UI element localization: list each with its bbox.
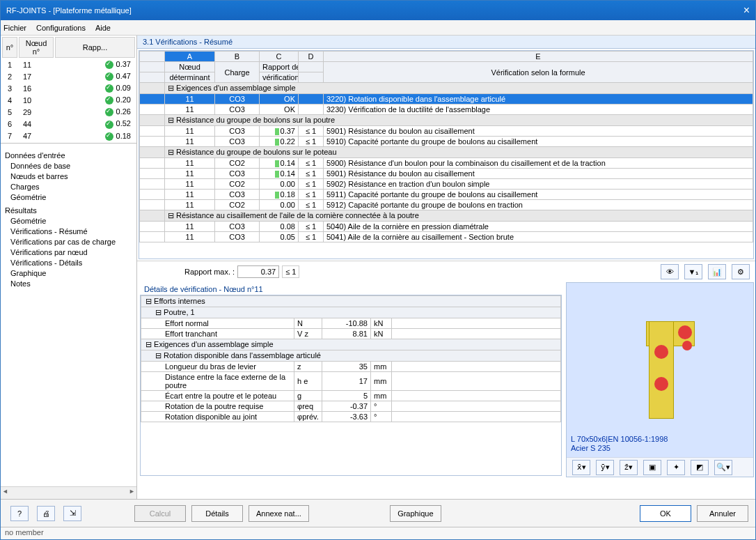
footer-buttons: ? 🖨 ⇲ Calcul Détails Annexe nat... Graph… [1, 499, 755, 527]
row-header-blank [140, 52, 165, 62]
graphic-button[interactable]: Graphique [390, 505, 441, 522]
grid-row[interactable]: 11CO30.14≤ 15901) Résistance du boulon a… [140, 169, 753, 179]
viewer-canvas[interactable]: L 70x50x6|EN 10056-1:1998 Acier S 235 [567, 283, 753, 457]
col-letter-E[interactable]: E [324, 52, 753, 62]
nav-scrollbar[interactable] [1, 486, 136, 499]
grid-row[interactable]: 11CO30.05≤ 15041) Aile de la cornière au… [140, 232, 753, 242]
print-icon[interactable]: 🖨 [37, 506, 55, 521]
zoom-icon[interactable]: 🔍▾ [714, 460, 732, 475]
details-row[interactable]: Rotation disponible au jointφprév.-3.63° [141, 412, 561, 422]
col-formula: Vérification selon la formule [324, 62, 753, 83]
eye-icon[interactable]: 👁 [661, 264, 679, 279]
filter-icon[interactable]: ▼₁ [684, 264, 702, 279]
tree-input-header: Données d'entrée [5, 151, 134, 161]
tree-item[interactable]: Vérifications - Résumé [5, 226, 134, 237]
grid-row[interactable]: 11CO20.00≤ 15912) Capacité portante du g… [140, 200, 753, 210]
details-row[interactable]: ⊟ Exigences d'un assemblage simple [141, 339, 561, 350]
tree-results-header: Résultats [5, 206, 134, 216]
tree-item[interactable]: Géométrie [5, 192, 134, 203]
details-row[interactable]: Écart entre la poutre et le poteaug5mm [141, 391, 561, 401]
axis-y-icon[interactable]: ȳ▾ [596, 460, 614, 475]
tree-item[interactable]: Graphique [5, 268, 134, 279]
tree-item[interactable]: Vérifications - Détails [5, 258, 134, 268]
navigator-pane: n° Nœud n° Rapp... 1110.372170.473160.09… [1, 36, 137, 499]
axis-z-icon[interactable]: z̄▾ [620, 460, 638, 475]
grid-row[interactable]: ⊟ Exigences d'un assemblage simple [140, 83, 753, 94]
node-row[interactable]: 1110.37 [2, 59, 135, 70]
model-viewer[interactable]: L 70x50x6|EN 10056-1:1998 Acier S 235 x̄… [566, 282, 754, 477]
details-row[interactable]: ⊟ Efforts internes [141, 296, 561, 307]
ratio-max-value[interactable] [237, 265, 279, 278]
details-row[interactable]: Rotation de la poutre requiseφreq-0.37° [141, 401, 561, 412]
calc-button: Calcul [134, 505, 186, 522]
grid-row[interactable]: ⊟ Résistance au cisaillement de l'aile d… [140, 210, 753, 222]
nav-tree[interactable]: Données d'entrée Données de baseNœuds et… [1, 144, 136, 486]
ok-icon [105, 108, 113, 116]
axes-icon[interactable]: ✦ [667, 460, 685, 475]
edge-icon[interactable]: ◩ [691, 460, 709, 475]
grid-row[interactable]: 11CO20.00≤ 15902) Résistance en traction… [140, 179, 753, 190]
title-bar: RF-JOINTS - [Plateforme métallique] × [1, 1, 755, 20]
details-button[interactable]: Détails [191, 505, 243, 522]
settings-icon[interactable]: ⚙ [732, 264, 750, 279]
verifications-grid[interactable]: A B C D E Nœud Charge Rapport de [139, 51, 753, 242]
details-row[interactable]: Effort tranchantV z8.81kN [141, 329, 561, 339]
details-row[interactable]: Longueur du bras de levierz35mm [141, 362, 561, 372]
chart-icon[interactable]: 📊 [708, 264, 726, 279]
tree-item[interactable]: Charges [5, 182, 134, 192]
annex-button[interactable]: Annexe nat... [249, 505, 309, 522]
details-row[interactable]: Distance entre la face externe de la pou… [141, 372, 561, 391]
menu-file[interactable]: Fichier [3, 24, 26, 32]
tree-item[interactable]: Géométrie [5, 216, 134, 226]
details-table[interactable]: ⊟ Efforts internes⊟ Poutre, 1Effort norm… [141, 295, 561, 422]
close-icon[interactable]: × [743, 4, 750, 17]
status-bar: no member [1, 527, 755, 539]
details-row[interactable]: ⊟ Rotation disponible dans l'assemblage … [141, 350, 561, 362]
details-row[interactable]: ⊟ Poutre, 1 [141, 307, 561, 318]
details-row[interactable]: Effort normalN-10.88kN [141, 318, 561, 329]
col-det: déterminant [165, 72, 215, 83]
node-row[interactable]: 7470.18 [2, 131, 135, 141]
tree-item[interactable]: Nœuds et barres [5, 171, 134, 182]
export-icon[interactable]: ⇲ [63, 506, 81, 521]
col-load: Charge [215, 62, 260, 83]
tree-item[interactable]: Notes [5, 279, 134, 289]
ok-button[interactable]: OK [640, 505, 691, 522]
menu-config[interactable]: Configurations [36, 24, 86, 32]
grid-row[interactable]: 11CO20.14≤ 15900) Résistance d'un boulon… [140, 158, 753, 169]
content-pane: 3.1 Vérifications - Résumé A B C D E [137, 36, 755, 499]
col-n[interactable]: n° [2, 37, 17, 58]
node-list-table[interactable]: n° Nœud n° Rapp... 1110.372170.473160.09… [1, 36, 136, 144]
node-row[interactable]: 6440.52 [2, 118, 135, 129]
ratio-max-label: Rapport max. : [184, 268, 235, 276]
node-row[interactable]: 3160.09 [2, 83, 135, 93]
node-row[interactable]: 2170.47 [2, 71, 135, 82]
grid-row[interactable]: 11CO3OK3230) Vérification de la ductilit… [140, 105, 753, 115]
tree-item[interactable]: Vérifications par cas de charge [5, 237, 134, 247]
col-letter-D[interactable]: D [299, 52, 324, 62]
tree-item[interactable]: Vérifications par nœud [5, 247, 134, 258]
col-ratio[interactable]: Rapp... [55, 37, 135, 58]
col-letter-B[interactable]: B [215, 52, 260, 62]
help-icon[interactable]: ? [10, 506, 29, 521]
tree-item[interactable]: Données de base [5, 161, 134, 171]
grid-row[interactable]: ⊟ Résistance du groupe de boulons sur le… [140, 147, 753, 158]
grid-row[interactable]: 11CO30.37≤ 15901) Résistance du boulon a… [140, 126, 753, 137]
col-letter-C[interactable]: C [260, 52, 299, 62]
grid-row[interactable]: 11CO30.08≤ 15040) Aile de la cornière en… [140, 222, 753, 232]
menu-bar: Fichier Configurations Aide [1, 20, 755, 36]
grid-row[interactable]: 11CO30.22≤ 15910) Capacité portante du g… [140, 137, 753, 147]
col-node[interactable]: Nœud n° [19, 37, 54, 58]
grid-row[interactable]: 11CO3OK3220) Rotation disponible dans l'… [140, 94, 753, 105]
node-row[interactable]: 4100.20 [2, 95, 135, 105]
menu-help[interactable]: Aide [95, 24, 111, 32]
box-icon[interactable]: ▣ [643, 460, 661, 475]
axis-x-icon[interactable]: x̄▾ [572, 460, 590, 475]
cancel-button[interactable]: Annuler [697, 505, 748, 522]
col-letter-A[interactable]: A [165, 52, 215, 62]
ok-icon [105, 61, 113, 69]
node-row[interactable]: 5290.26 [2, 107, 135, 117]
grid-row[interactable]: 11CO30.18≤ 15911) Capacité portante du g… [140, 190, 753, 200]
grid-row[interactable]: ⊟ Résistance du groupe de boulons sur la… [140, 115, 753, 126]
ratio-max-le: ≤ 1 [282, 265, 299, 278]
